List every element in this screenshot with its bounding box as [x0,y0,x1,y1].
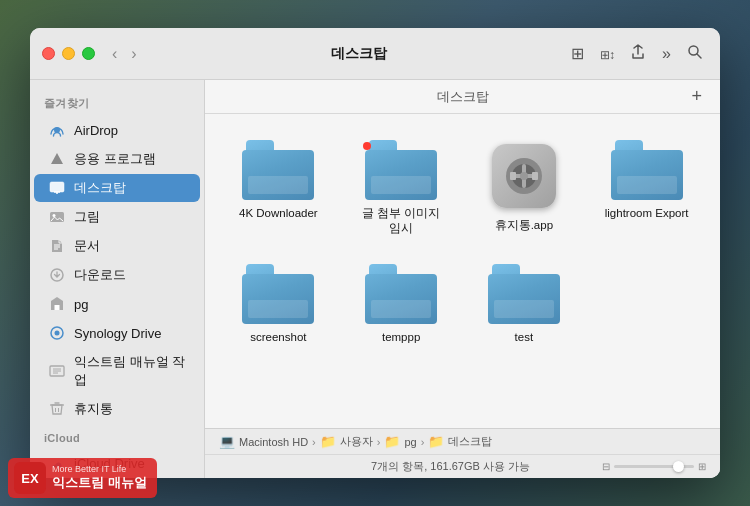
file-item-word-doc[interactable]: 글 첨부 이미지 임시 [344,134,459,242]
breadcrumb-pg[interactable]: 📁 pg [384,434,416,449]
file-grid: 4K Downloader 글 첨부 이미지 임시 [205,114,720,428]
file-name-huijitong: 휴지통.app [495,218,553,233]
file-name-word-doc: 글 첨부 이미지 임시 [356,206,446,236]
breadcrumb-macintosh[interactable]: 💻 Macintosh HD [219,434,308,449]
breadcrumb-bar: 💻 Macintosh HD › 📁 사용자 › 📁 pg › [205,429,720,455]
close-button[interactable] [42,47,55,60]
folder-icon-test [488,264,560,324]
brand-logo: EX [14,462,46,494]
sidebar-item-apps[interactable]: 응용 프로그램 [34,145,200,173]
traffic-lights [42,47,95,60]
slider-thumb[interactable] [673,461,684,472]
breadcrumb-macintosh-label: Macintosh HD [239,436,308,448]
breadcrumb-desktop-label: 데스크탑 [448,434,492,449]
airdrop-icon [48,121,66,139]
file-item-4k-downloader[interactable]: 4K Downloader [221,134,336,242]
sidebar-item-exstream-label: 익스트림 매뉴얼 작업 [74,353,186,389]
svg-line-1 [697,54,701,58]
forward-button[interactable]: › [126,43,141,65]
sidebar-item-downloads-label: 다운로드 [74,266,126,284]
back-button[interactable]: ‹ [107,43,122,65]
folder-icon-wrapper-word-doc [365,140,437,200]
breadcrumb-sep-2: › [377,436,381,448]
sidebar-item-pictures-label: 그림 [74,208,100,226]
main-area: 즐겨찾기 AirDrop 응용 프로그램 [30,80,720,478]
exstream-icon [48,362,66,380]
sidebar-item-trash[interactable]: 휴지통 [34,395,200,423]
file-name-temppp: temppp [382,330,420,345]
file-name-lightroom: lightroom Export [605,206,689,221]
add-button[interactable]: + [687,86,706,107]
brand-text-block: More Better IT Life 익스트림 매뉴얼 [52,464,147,492]
brand-bar[interactable]: EX More Better IT Life 익스트림 매뉴얼 [8,458,157,498]
folder-icon-screenshot [242,264,314,324]
breadcrumb-users[interactable]: 📁 사용자 [320,434,373,449]
file-name-screenshot: screenshot [250,330,306,345]
slider-large-icon: ⊞ [698,461,706,472]
content-header: 데스크탑 + [205,80,720,114]
nav-buttons: ‹ › [107,43,142,65]
sidebar-item-trash-label: 휴지통 [74,400,113,418]
sidebar-item-exstream[interactable]: 익스트림 매뉴얼 작업 [34,348,200,394]
minimize-button[interactable] [62,47,75,60]
sidebar-item-pictures[interactable]: 그림 [34,203,200,231]
finder-window: ‹ › 데스크탑 ⊞ ⊞↕ » 즐겨 [30,28,720,478]
content-area: 데스크탑 + 4K Downloader [205,80,720,478]
folder-icon-temppp [365,264,437,324]
svg-point-8 [53,214,56,217]
sidebar: 즐겨찾기 AirDrop 응용 프로그램 [30,80,205,478]
pg-folder-icon: 📁 [384,434,400,449]
sidebar-item-pg-label: pg [74,297,88,312]
svg-rect-3 [50,182,64,192]
desktop-icon [48,179,66,197]
sidebar-item-desktop-label: 데스크탑 [74,179,126,197]
sidebar-item-pg[interactable]: pg [34,290,200,318]
share-button[interactable] [625,41,651,67]
file-name-4k-downloader: 4K Downloader [239,206,318,221]
status-info-text: 7개의 항목, 161.67GB 사용 가능 [299,459,602,474]
folder-icon-word-doc [365,140,437,200]
file-item-screenshot[interactable]: screenshot [221,258,336,351]
sidebar-item-documents-label: 문서 [74,237,100,255]
svg-point-32 [520,172,528,180]
breadcrumb-pg-label: pg [404,436,416,448]
sidebar-item-synology[interactable]: Synology Drive [34,319,200,347]
apps-icon [48,150,66,168]
sidebar-item-desktop[interactable]: 데스크탑 [34,174,200,202]
trash-icon [48,400,66,418]
sidebar-item-synology-label: Synology Drive [74,326,161,341]
status-bar: 💻 Macintosh HD › 📁 사용자 › 📁 pg › [205,428,720,478]
more-actions-button[interactable]: » [657,42,676,66]
view-toggle-button[interactable]: ⊞ [566,41,589,66]
breadcrumb-desktop[interactable]: 📁 데스크탑 [428,434,492,449]
title-bar: ‹ › 데스크탑 ⊞ ⊞↕ » [30,28,720,80]
folder-icon-4k-downloader [242,140,314,200]
sidebar-item-documents[interactable]: 문서 [34,232,200,260]
sidebar-item-downloads[interactable]: 다운로드 [34,261,200,289]
sort-button[interactable]: ⊞↕ [595,42,619,66]
users-folder-icon: 📁 [320,434,336,449]
file-item-huijitong[interactable]: 휴지통.app [467,134,582,242]
file-name-test: test [515,330,534,345]
brand-tagline: More Better IT Life [52,464,147,474]
sidebar-item-airdrop-label: AirDrop [74,123,118,138]
file-item-lightroom[interactable]: lightroom Export [589,134,704,242]
documents-icon [48,237,66,255]
pictures-icon [48,208,66,226]
maximize-button[interactable] [82,47,95,60]
sidebar-item-airdrop[interactable]: AirDrop [34,116,200,144]
size-slider[interactable]: ⊟ ⊞ [602,461,706,472]
svg-rect-34 [532,172,538,180]
file-item-test[interactable]: test [467,258,582,351]
search-button[interactable] [682,41,708,67]
app-icon-huijitong [488,140,560,212]
icloud-section-label: iCloud [30,424,204,448]
svg-point-15 [55,331,60,336]
svg-rect-13 [55,305,60,310]
toolbar-right: ⊞ ⊞↕ » [566,41,708,67]
breadcrumb-sep-1: › [312,436,316,448]
slider-track[interactable] [614,465,694,468]
file-item-temppp[interactable]: temppp [344,258,459,351]
svg-rect-33 [510,172,516,180]
pg-icon [48,295,66,313]
